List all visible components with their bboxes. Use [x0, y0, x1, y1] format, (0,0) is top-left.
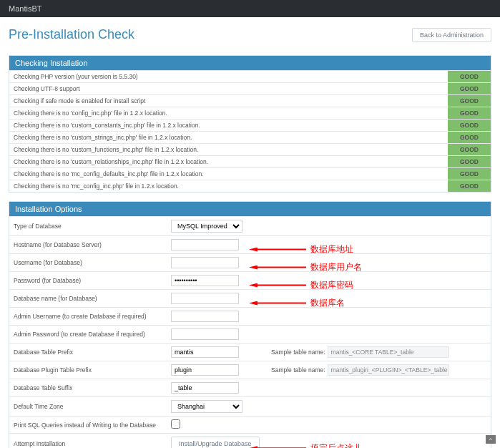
topbar: MantisBT: [0, 0, 500, 17]
check-label: Checking there is no 'custom_functions_i…: [9, 144, 448, 156]
check-status: GOOD: [448, 83, 491, 95]
page-title: Pre-Installation Check: [9, 27, 134, 42]
dbname-input[interactable]: [171, 293, 239, 304]
row-timezone: Default Time Zone Shanghai: [9, 397, 491, 417]
row-attempt: Attempt Installation Install/Upgrade Dat…: [9, 434, 491, 449]
check-status: GOOD: [448, 144, 491, 156]
label-admin-user: Admin Username (to create Database if re…: [9, 308, 167, 326]
label-attempt: Attempt Installation: [9, 434, 167, 449]
brand-text: MantisBT: [9, 4, 41, 13]
row-username: Username (for Database): [9, 254, 491, 272]
check-label: Checking UTF-8 support: [9, 83, 448, 95]
label-username: Username (for Database): [9, 254, 167, 272]
timezone-select[interactable]: Shanghai: [171, 400, 242, 413]
admin-user-input[interactable]: [171, 311, 239, 322]
check-label: Checking there is no 'mc_config_defaults…: [9, 168, 448, 180]
check-status: GOOD: [448, 71, 491, 83]
prefix-sample: mantis_<CORE TABLE>_table: [328, 346, 449, 358]
check-status: GOOD: [448, 132, 491, 144]
plugin-prefix-sample: mantis_plugin_<PLUGIN>_<TABLE>_table: [328, 364, 449, 376]
admin-pass-input[interactable]: [171, 328, 239, 340]
check-row: Checking there is no 'mc_config_defaults…: [9, 168, 491, 180]
installation-options-heading: Installation Options: [9, 202, 491, 216]
check-label: Checking there is no 'custom_relationshi…: [9, 156, 448, 168]
back-to-admin-button[interactable]: Back to Administration: [412, 28, 491, 42]
row-admin-user: Admin Username (to create Database if re…: [9, 308, 491, 326]
check-label: Checking there is no 'config_inc.php' fi…: [9, 107, 448, 120]
check-row: Checking there is no 'custom_strings_inc…: [9, 132, 491, 144]
check-row: Checking there is no 'custom_relationshi…: [9, 156, 491, 168]
check-row: Checking if safe mode is enabled for ins…: [9, 95, 491, 107]
installation-options-section: Installation Options Type of Database My…: [9, 201, 491, 448]
label-suffix: Database Table Suffix: [9, 379, 167, 397]
checking-installation-heading: Checking Installation: [9, 56, 491, 70]
page-header: Pre-Installation Check Back to Administr…: [9, 27, 491, 42]
check-label: Checking there is no 'mc_config_inc.php'…: [9, 180, 448, 193]
checking-installation-section: Checking Installation Checking PHP versi…: [9, 55, 491, 193]
check-label: Checking there is no 'custom_strings_inc…: [9, 132, 448, 144]
plugin-prefix-input[interactable]: [171, 364, 239, 376]
check-status: GOOD: [448, 168, 491, 180]
prefix-sample-label: Sample table name:: [271, 349, 325, 356]
db-type-select[interactable]: MySQL Improved: [171, 220, 242, 233]
print-sql-checkbox[interactable]: [171, 419, 180, 429]
label-plugin-prefix: Database Plugin Table Prefix: [9, 361, 167, 379]
suffix-input[interactable]: [171, 382, 239, 394]
label-hostname: Hostname (for Database Server): [9, 236, 167, 254]
check-status: GOOD: [448, 120, 491, 132]
check-label: Checking if safe mode is enabled for ins…: [9, 95, 448, 107]
install-upgrade-button[interactable]: Install/Upgrade Database: [171, 437, 260, 448]
label-password: Password (for Database): [9, 272, 167, 290]
scroll-top-button[interactable]: ^: [486, 435, 496, 444]
check-status: GOOD: [448, 95, 491, 107]
check-row: Checking PHP version (your version is 5.…: [9, 71, 491, 83]
row-hostname: Hostname (for Database Server): [9, 236, 491, 254]
row-password: Password (for Database): [9, 272, 491, 290]
row-db-type: Type of Database MySQL Improved: [9, 217, 491, 236]
check-status: GOOD: [448, 156, 491, 168]
password-input[interactable]: [171, 275, 239, 286]
check-row: Checking there is no 'custom_functions_i…: [9, 144, 491, 156]
row-print-sql: Print SQL Queries instead of Writing to …: [9, 417, 491, 434]
check-table: Checking PHP version (your version is 5.…: [9, 70, 491, 192]
check-row: Checking UTF-8 supportGOOD: [9, 83, 491, 95]
row-suffix: Database Table Suffix: [9, 379, 491, 397]
label-prefix: Database Table Prefix: [9, 344, 167, 361]
check-row: Checking there is no 'custom_constants_i…: [9, 120, 491, 132]
check-label: Checking there is no 'custom_constants_i…: [9, 120, 448, 132]
row-prefix: Database Table Prefix Sample table name:…: [9, 344, 491, 361]
check-status: GOOD: [448, 107, 491, 120]
check-row: Checking there is no 'config_inc.php' fi…: [9, 107, 491, 120]
label-timezone: Default Time Zone: [9, 397, 167, 417]
label-dbname: Database name (for Database): [9, 290, 167, 308]
label-db-type: Type of Database: [9, 217, 167, 236]
options-table: Type of Database MySQL Improved Hostname…: [9, 216, 491, 448]
label-print-sql: Print SQL Queries instead of Writing to …: [9, 417, 167, 434]
plugin-prefix-sample-label: Sample table name:: [271, 366, 325, 374]
row-dbname: Database name (for Database): [9, 290, 491, 308]
check-label: Checking PHP version (your version is 5.…: [9, 71, 448, 83]
hostname-input[interactable]: [171, 239, 239, 250]
check-status: GOOD: [448, 180, 491, 193]
username-input[interactable]: [171, 257, 239, 268]
row-admin-pass: Admin Password (to create Database if re…: [9, 326, 491, 344]
label-admin-pass: Admin Password (to create Database if re…: [9, 326, 167, 344]
check-row: Checking there is no 'mc_config_inc.php'…: [9, 180, 491, 193]
row-plugin-prefix: Database Plugin Table Prefix Sample tabl…: [9, 361, 491, 379]
prefix-input[interactable]: [171, 346, 239, 358]
